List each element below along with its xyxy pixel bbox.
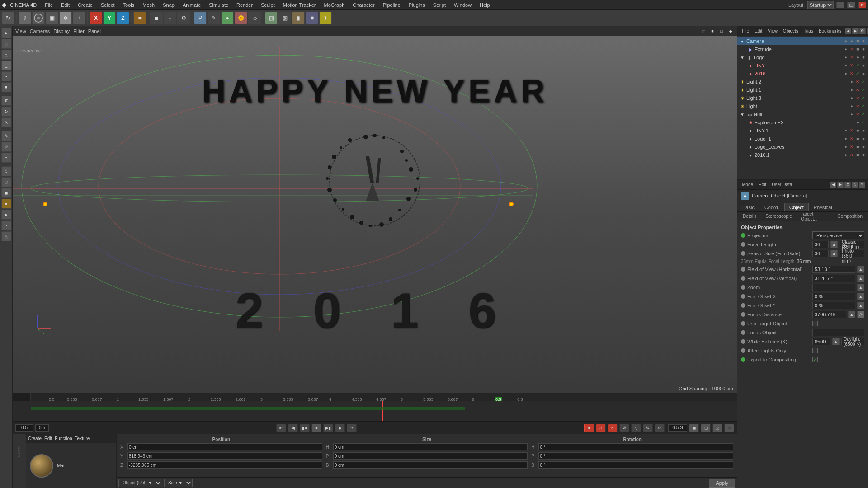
rot-h-input[interactable]: [538, 443, 733, 450]
focal-arrow-btn[interactable]: ▲: [830, 241, 838, 248]
zoom-arrow[interactable]: ▲: [857, 284, 864, 291]
y20161-p2[interactable]: ■: [861, 152, 866, 158]
cam-vis-icon[interactable]: ●: [843, 38, 849, 44]
focus-dist-value[interactable]: 3706.749: [812, 311, 846, 318]
logo1-vis[interactable]: ●: [843, 136, 849, 141]
spline-btn[interactable]: 🌞: [235, 12, 247, 24]
apply-button[interactable]: Apply: [709, 479, 735, 488]
smooth-btn[interactable]: ☆: [1, 142, 11, 152]
sculpt-left-btn[interactable]: △: [1, 231, 11, 241]
light-ck[interactable]: ✓: [861, 103, 866, 109]
render-all-btn[interactable]: ▫: [164, 12, 176, 24]
tree-item-logo1[interactable]: ● Logo_1 ● ✕ ■ ■: [737, 135, 868, 143]
attr-btn1[interactable]: ◀: [830, 182, 836, 188]
edge-mode-btn[interactable]: ⎯: [1, 61, 11, 70]
mat-swatch[interactable]: [30, 454, 53, 478]
light3-vis[interactable]: ●: [849, 95, 854, 101]
size-p-input[interactable]: [333, 452, 528, 460]
use-target-checkbox[interactable]: [812, 321, 818, 326]
lv-p2[interactable]: ■: [861, 144, 866, 150]
focus-dist-arrow[interactable]: ▲: [848, 311, 855, 318]
paint-left-btn[interactable]: ●: [1, 199, 11, 209]
lv-x[interactable]: ✕: [849, 144, 854, 150]
focus-obj-value[interactable]: [812, 329, 864, 336]
goto-end-btn[interactable]: ⇥: [347, 424, 357, 432]
size-h-input[interactable]: [333, 443, 528, 450]
render-settings-btn[interactable]: ⚙: [177, 12, 190, 24]
attr-btn3[interactable]: ⚙: [844, 182, 851, 188]
y20161-x[interactable]: ✕: [849, 152, 854, 158]
ext-x-icon[interactable]: ✕: [849, 47, 854, 52]
y20161-p1[interactable]: ■: [855, 152, 860, 158]
sensor-arrow-btn[interactable]: ▲: [830, 250, 838, 257]
menu-animate[interactable]: Animate: [179, 1, 204, 9]
sensor-value[interactable]: 36: [812, 250, 829, 257]
object-mode-btn[interactable]: ■: [133, 12, 146, 24]
knife-btn[interactable]: ✂: [1, 153, 11, 163]
coord-size-select[interactable]: Size ▼: [164, 479, 193, 487]
logo-extra-icon[interactable]: ■: [861, 55, 866, 60]
ext-extra-icon[interactable]: ■: [861, 47, 866, 52]
y2016-extra[interactable]: ■: [861, 71, 866, 76]
viewport-icon2[interactable]: ■: [709, 28, 716, 35]
goto-start-btn[interactable]: ⇤: [276, 424, 286, 432]
viewport-icon4[interactable]: ◆: [727, 28, 734, 35]
auto-key-btn[interactable]: A: [596, 424, 606, 432]
tree-item-light1[interactable]: ☀ Light.1 ● ✕ ✓: [737, 86, 868, 94]
menu-plugins[interactable]: Plugins: [405, 1, 429, 9]
projection-dropdown[interactable]: Perspective: [812, 231, 864, 239]
y20161-vis[interactable]: ●: [843, 152, 849, 158]
brush-btn[interactable]: ✎: [208, 12, 220, 24]
scale-tool-btn[interactable]: ▣: [46, 12, 58, 24]
fov-v-value[interactable]: 31.417 °: [812, 275, 855, 282]
hny-ck[interactable]: ✓: [855, 63, 860, 68]
menu-create[interactable]: Create: [74, 1, 96, 9]
viewport-panel-menu[interactable]: Panel: [88, 28, 101, 34]
play-btn[interactable]: ▶▮: [323, 424, 333, 432]
move-tool-btn[interactable]: ⇳: [19, 12, 31, 24]
light-x[interactable]: ✕: [855, 103, 860, 109]
tree-item-hny[interactable]: ● HNY ● ✕ ✓ ■: [737, 61, 868, 70]
menu-mesh[interactable]: Mesh: [139, 1, 158, 9]
wb-value[interactable]: 6500: [812, 338, 830, 345]
hny1-vis[interactable]: ●: [843, 128, 849, 133]
null-vis[interactable]: ●: [849, 112, 854, 117]
film-y-value[interactable]: 0 %: [812, 302, 855, 309]
wb-arrow[interactable]: ▲: [832, 338, 840, 345]
ext-vis-icon[interactable]: ●: [843, 47, 849, 52]
lv-vis[interactable]: ●: [843, 144, 849, 150]
obj-mgr-btn1[interactable]: ◀: [845, 28, 851, 34]
viewport-filter-menu[interactable]: Filter: [73, 28, 84, 34]
light3-ck[interactable]: ✓: [861, 95, 866, 101]
magnet-btn[interactable]: ⛣: [1, 166, 11, 176]
obj-mgr-bookmarks[interactable]: Bookmarks: [817, 28, 843, 34]
attr-mode[interactable]: Mode: [740, 181, 755, 188]
rotate-left-btn[interactable]: ↻: [1, 107, 11, 117]
coord-space-select[interactable]: Object (Rel) ▼: [118, 479, 162, 487]
subtab-target[interactable]: Target Object...: [797, 211, 832, 222]
window-min-btn[interactable]: —: [836, 2, 844, 8]
brush-left-btn[interactable]: ◌: [1, 177, 11, 187]
tree-item-logo[interactable]: ▼ ▮ Logo ● ✕ ● ■: [737, 53, 868, 61]
hny-extra[interactable]: ■: [861, 63, 866, 68]
rot-p-input[interactable]: [538, 452, 733, 460]
polygon-mode-btn[interactable]: △: [1, 50, 11, 60]
tree-item-camera[interactable]: ● Camera ● ● ■ ■: [737, 37, 868, 45]
light3-x[interactable]: ✕: [855, 95, 860, 101]
menu-simulate[interactable]: Simulate: [205, 1, 232, 9]
tree-item-light3[interactable]: ☀ Light.3 ● ✕ ✓: [737, 94, 868, 102]
subtab-stereo[interactable]: Stereoscopic: [762, 213, 796, 220]
hny-vis[interactable]: ●: [843, 63, 849, 68]
obj-mgr-tags[interactable]: Tags: [802, 28, 815, 34]
fov-h-arrow[interactable]: ▲: [857, 266, 864, 273]
layout-1-btn[interactable]: ▨: [265, 12, 278, 24]
cam-extra-icon[interactable]: ■: [861, 38, 866, 44]
timeline-loop-btn[interactable]: ↻: [643, 424, 653, 432]
next-frame-btn[interactable]: ▶: [335, 424, 345, 432]
tab-coord[interactable]: Coord.: [760, 203, 784, 211]
y2016-x[interactable]: ✕: [849, 71, 854, 76]
film-x-arrow[interactable]: ▲: [857, 293, 864, 300]
attr-user-data[interactable]: User Data: [770, 181, 794, 188]
focus-target-btn[interactable]: ◎: [857, 311, 864, 318]
rotate-tool-btn[interactable]: [32, 12, 45, 24]
